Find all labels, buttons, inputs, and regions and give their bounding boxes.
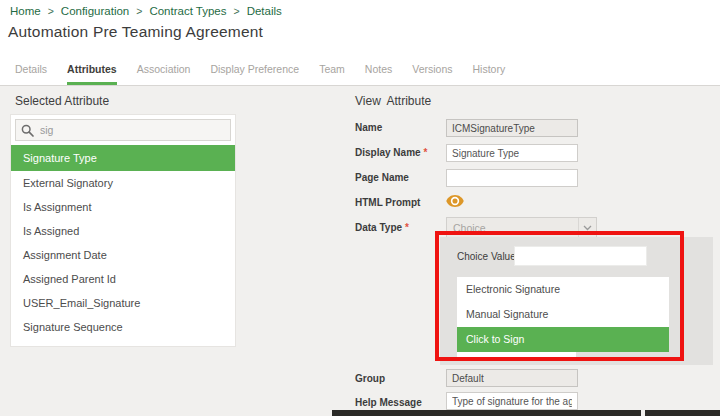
help-message-label: Help Message [355, 397, 422, 408]
choice-option[interactable]: Electronic Signature [457, 277, 669, 302]
breadcrumb-separator: > [136, 5, 142, 17]
tab-display-preference[interactable]: Display Preference [210, 63, 299, 85]
tab-bar: Details Attributes Association Display P… [0, 58, 720, 85]
group-field [446, 369, 578, 387]
help-message-input[interactable] [446, 392, 578, 410]
tab-history[interactable]: History [473, 63, 506, 85]
choice-list-partial-row [457, 352, 576, 359]
bottom-bar-segment [332, 410, 641, 416]
group-label: Group [355, 373, 385, 384]
tab-team[interactable]: Team [319, 63, 345, 85]
attribute-item[interactable]: Assigned Parent Id [11, 267, 235, 291]
page-name-label: Page Name [355, 172, 409, 183]
selected-attribute-heading: Selected Attribute [15, 94, 109, 108]
display-name-label-text: Display Name [355, 147, 421, 158]
attribute-item[interactable]: Signature Sequence [11, 315, 235, 339]
search-icon [21, 123, 34, 136]
bottom-bar-segment [645, 410, 720, 416]
view-attribute-heading: View Attribute [355, 94, 431, 108]
choice-options-list: Electronic Signature Manual Signature Cl… [457, 277, 669, 352]
choice-option[interactable]: Manual Signature [457, 302, 669, 327]
breadcrumb-separator: > [48, 5, 54, 17]
tab-details[interactable]: Details [15, 63, 47, 85]
tab-association[interactable]: Association [137, 63, 191, 85]
attribute-item-selected[interactable]: Signature Type [11, 145, 235, 171]
data-type-label: Data Type* [355, 222, 409, 233]
tab-attributes[interactable]: Attributes [67, 63, 117, 85]
breadcrumb-separator: > [234, 5, 240, 17]
attribute-item[interactable]: External Signatory [11, 171, 235, 195]
name-field [446, 119, 578, 137]
display-name-label: Display Name* [355, 147, 428, 158]
page-name-input[interactable] [446, 169, 578, 187]
attribute-item[interactable]: USER_Email_Signature [11, 291, 235, 315]
attribute-search-input[interactable] [15, 119, 231, 141]
page: Home > Configuration > Contract Types > … [0, 0, 720, 416]
chevron-down-icon [578, 218, 596, 238]
html-prompt-label: HTML Prompt [355, 197, 420, 208]
attribute-item[interactable]: Is Assigned [11, 219, 235, 243]
choice-value-input[interactable] [514, 246, 647, 266]
breadcrumb-configuration[interactable]: Configuration [61, 5, 129, 17]
display-name-input[interactable] [446, 144, 578, 162]
attribute-item[interactable]: Assignment Date [11, 243, 235, 267]
breadcrumb: Home > Configuration > Contract Types > … [10, 5, 282, 17]
required-marker: * [424, 147, 428, 158]
attribute-list: Signature Type External Signatory Is Ass… [10, 114, 236, 347]
data-type-select: Choice [446, 217, 597, 239]
attribute-search [15, 119, 231, 141]
tab-notes[interactable]: Notes [365, 63, 392, 85]
breadcrumb-details[interactable]: Details [247, 5, 282, 17]
data-type-value: Choice [447, 222, 578, 234]
attribute-item[interactable]: Is Assignment [11, 195, 235, 219]
choice-value-label: Choice Value [457, 251, 516, 262]
page-title: Automation Pre Teaming Agreement [8, 23, 263, 41]
data-type-label-text: Data Type [355, 222, 402, 233]
required-marker: * [405, 222, 409, 233]
choice-option-selected[interactable]: Click to Sign [457, 327, 669, 352]
breadcrumb-home[interactable]: Home [10, 5, 41, 17]
name-label: Name [355, 122, 382, 133]
breadcrumb-contract-types[interactable]: Contract Types [149, 5, 226, 17]
eye-icon[interactable] [446, 194, 464, 208]
tab-versions[interactable]: Versions [412, 63, 452, 85]
